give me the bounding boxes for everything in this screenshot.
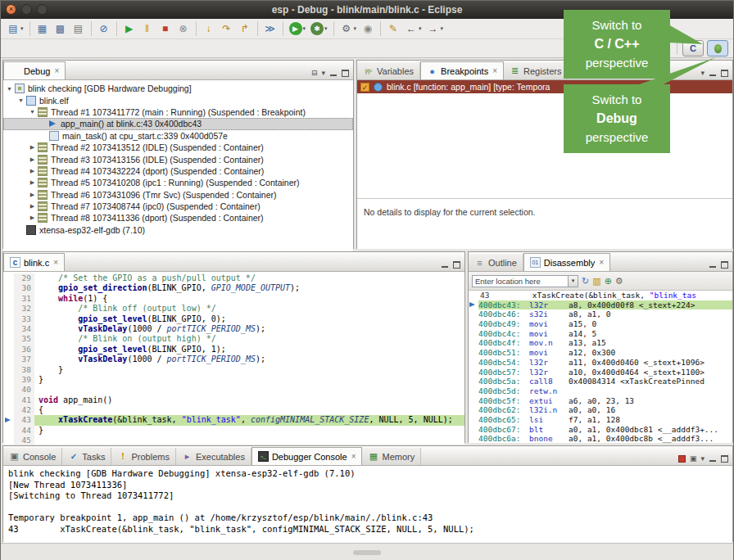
debug-tree-item[interactable]: ▶Thread #6 1073431096 (Tmr Svc) (Suspend… <box>3 189 353 201</box>
disassembly-instruction[interactable]: 400dbc49:movia15, 0 <box>469 319 732 329</box>
debug-tree-item[interactable]: ▶Thread #7 1073408744 (ipc0) (Suspended … <box>3 201 353 212</box>
code-line[interactable]: 44} <box>3 426 464 436</box>
last-edit-location-icon[interactable]: ✎ <box>385 20 401 37</box>
debug-tree-item[interactable]: app_main() at blink.c:43 0x400dbc43 <box>3 118 353 129</box>
close-icon[interactable]: × <box>599 259 604 267</box>
collapse-all-icon[interactable]: ⊟ <box>311 69 318 77</box>
maximize-button[interactable] <box>453 261 460 269</box>
debug-tree-item[interactable]: ▼blink.elf <box>3 94 353 106</box>
dropdown-arrow-icon[interactable]: ▾ <box>324 25 328 32</box>
view-menu-icon[interactable]: ▾ <box>700 454 705 463</box>
tree-expander-icon[interactable]: ▼ <box>28 109 37 115</box>
dropdown-arrow-icon[interactable]: ▾ <box>303 25 306 32</box>
new-wizard-icon[interactable]: ▤▾ <box>5 20 25 37</box>
tree-expander-icon[interactable]: ▼ <box>16 97 25 103</box>
dropdown-arrow-icon[interactable]: ▾ <box>441 25 444 32</box>
close-icon[interactable]: × <box>53 259 58 267</box>
code-line[interactable]: 38 } <box>3 365 464 375</box>
run-icon[interactable]: ▶▾ <box>288 20 308 37</box>
code-line[interactable]: 35 /* Blink on (output high) */ <box>3 334 464 344</box>
refresh-icon[interactable]: ↻ <box>582 276 589 287</box>
sync-selection-icon[interactable]: ⊕ <box>605 276 612 287</box>
external-tools-icon[interactable]: ⚙▾ <box>338 20 359 37</box>
disassembly-instruction[interactable]: 400dbc54:l32ra11, 0x400d0460 <_stext+109… <box>469 358 732 368</box>
terminate-icon[interactable]: ■ <box>157 20 174 37</box>
window-close-button[interactable]: × <box>6 4 16 15</box>
clear-console-icon[interactable]: ▣ <box>690 454 697 463</box>
code-line[interactable]: 33 gpio_set_level(BLINK_GPIO, 0); <box>3 314 464 324</box>
forward-icon[interactable]: →▾ <box>425 20 446 37</box>
close-icon[interactable]: × <box>351 453 356 461</box>
breakpoint-row[interactable]: ✓ blink.c [function: app_main] [type: Te… <box>357 80 732 93</box>
close-icon[interactable]: × <box>492 67 497 75</box>
debug-tree-item[interactable]: ▼blink checking [GDB Hardware Debugging] <box>3 83 353 94</box>
resize-grip[interactable] <box>353 550 381 555</box>
debug-tree-item[interactable]: ▶Thread #4 1073432224 (dport) (Suspended… <box>3 165 353 177</box>
debug-tree-item[interactable]: ▶Thread #2 1073413512 (IDLE) (Suspended … <box>3 142 353 153</box>
disassembly-instruction[interactable]: 400dbc5a:call80x40084314 <xTaskCreatePin… <box>469 377 732 386</box>
disconnect-icon[interactable]: ⊗ <box>175 20 192 37</box>
code-line[interactable]: 32 /* Blink off (output low) */ <box>3 304 464 314</box>
dropdown-arrow-icon[interactable]: ▾ <box>20 25 24 32</box>
disassembly-instruction[interactable]: 400dbc6a:bnonea0, a1, 0x400dbc8b <__addd… <box>469 434 732 443</box>
view-menu-icon[interactable]: ▾ <box>321 69 325 77</box>
minimize-button[interactable] <box>709 69 717 77</box>
settings-icon[interactable]: ⚙ <box>615 276 623 287</box>
terminate-icon[interactable] <box>678 455 686 463</box>
console-tab-memory[interactable]: Memory <box>362 448 421 465</box>
step-into-icon[interactable]: ↓ <box>201 20 217 37</box>
disassembly-instruction[interactable]: 400dbc51:movia12, 0x300 <box>469 348 732 358</box>
maximize-button[interactable] <box>721 70 728 77</box>
code-line[interactable]: 45 <box>3 436 464 445</box>
right-tab-registers[interactable]: Registers <box>504 62 568 79</box>
console-tab-debugger-console[interactable]: Debugger Console× <box>251 447 363 465</box>
minimize-button[interactable] <box>329 69 338 77</box>
code-line[interactable]: 41void app_main() <box>3 395 464 405</box>
debug-icon[interactable]: ✱▾ <box>309 20 329 37</box>
save-all-icon[interactable]: ▩ <box>52 20 69 37</box>
debug-tree-item[interactable]: xtensa-esp32-elf-gdb (7.10) <box>3 224 353 236</box>
debug-tree-item[interactable]: ▶Thread #8 1073411336 (dport) (Suspended… <box>3 212 353 224</box>
tree-expander-icon[interactable]: ▶ <box>28 203 37 210</box>
location-dropdown-icon[interactable]: ▾ <box>569 275 578 287</box>
skip-all-breakpoints-icon[interactable]: ⊘ <box>96 20 112 37</box>
minimize-button[interactable] <box>709 260 717 269</box>
suspend-icon[interactable]: ‖ <box>139 20 156 37</box>
disassembly-tab-disassembly[interactable]: Disassembly× <box>523 253 610 271</box>
step-over-icon[interactable]: ↷ <box>219 20 235 37</box>
debug-perspective-button[interactable] <box>707 40 728 56</box>
tree-expander-icon[interactable]: ▶ <box>28 215 37 221</box>
right-tab-variables[interactable]: Variables <box>357 62 420 79</box>
code-line[interactable]: 43 xTaskCreate(&blink_task, "blink_task"… <box>3 415 464 425</box>
disassembly-instruction[interactable]: 400dbc67:blta0, a1, 0x400dbc81 <__adddf3… <box>469 425 732 435</box>
tree-expander-icon[interactable]: ▼ <box>5 86 14 92</box>
editor-tab-blink-c[interactable]: blink.c× <box>3 253 65 271</box>
code-line[interactable]: 42{ <box>3 405 464 415</box>
window-maximize-button[interactable] <box>37 4 48 15</box>
code-line[interactable]: 36 gpio_set_level(BLINK_GPIO, 1); <box>3 345 464 355</box>
breakpoint-checkbox[interactable]: ✓ <box>360 83 369 92</box>
right-tab-breakpoints[interactable]: Breakpoints× <box>420 61 504 79</box>
code-line[interactable]: 39} <box>3 375 464 385</box>
disassembly-instruction[interactable]: 400dbc46:s32ia8, a1, 0 <box>469 309 732 319</box>
step-return-icon[interactable]: ↱ <box>237 20 253 37</box>
minimize-button[interactable] <box>709 454 717 463</box>
close-icon[interactable]: × <box>54 67 59 75</box>
disassembly-tab-outline[interactable]: Outline <box>469 254 523 271</box>
disassembly-source-line[interactable]: 43 xTaskCreate(&blink_task, "blink_tas <box>469 291 732 300</box>
debug-tree-item[interactable]: ▶Thread #5 1073410208 (ipc1 : Running) (… <box>3 177 353 188</box>
dropdown-arrow-icon[interactable]: ▾ <box>419 25 422 32</box>
dropdown-arrow-icon[interactable]: ▾ <box>354 25 357 32</box>
code-line[interactable]: 37 vTaskDelay(1000 / portTICK_PERIOD_MS)… <box>3 355 464 364</box>
debug-tree-item[interactable]: main_task() at cpu_start.c:339 0x400d057… <box>3 130 353 142</box>
code-line[interactable]: 40 <box>3 385 464 395</box>
code-line[interactable]: 29 /* Set the GPIO as a push/pull output… <box>3 273 464 283</box>
disassembly-instruction[interactable]: 400dbc43:l32ra8, 0x400d00f8 <_stext+224> <box>469 300 732 310</box>
debug-tree-item[interactable]: ▼Thread #1 1073411772 (main : Running) (… <box>3 106 353 118</box>
disassembly-instruction[interactable]: 400dbc62:l32i.na0, a0, 16 <box>469 405 732 415</box>
tree-expander-icon[interactable]: ▶ <box>28 179 37 186</box>
console-tab-executables[interactable]: Executables <box>176 448 251 465</box>
search-icon[interactable]: ◉ <box>360 20 376 37</box>
code-line[interactable]: 34 vTaskDelay(1000 / portTICK_PERIOD_MS)… <box>3 324 464 334</box>
maximize-button[interactable] <box>721 455 728 463</box>
